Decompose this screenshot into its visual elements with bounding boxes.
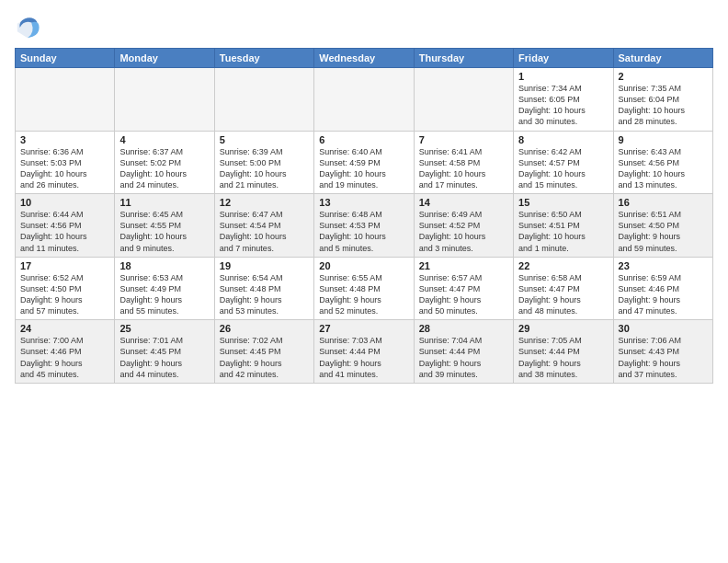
calendar-table: SundayMondayTuesdayWednesdayThursdayFrid…: [15, 48, 713, 384]
calendar-cell: 5Sunrise: 6:39 AM Sunset: 5:00 PM Daylig…: [214, 131, 313, 194]
day-info: Sunrise: 6:58 AM Sunset: 4:47 PM Dayligh…: [518, 272, 608, 317]
calendar-cell: 6Sunrise: 6:40 AM Sunset: 4:59 PM Daylig…: [314, 131, 414, 194]
logo: [15, 15, 44, 40]
day-number: 22: [518, 260, 608, 271]
day-info: Sunrise: 6:48 AM Sunset: 4:53 PM Dayligh…: [319, 209, 408, 254]
day-number: 30: [619, 323, 708, 334]
weekday-header-sunday: Sunday: [16, 49, 115, 68]
day-number: 2: [619, 71, 708, 82]
calendar-header: SundayMondayTuesdayWednesdayThursdayFrid…: [16, 49, 713, 68]
day-info: Sunrise: 6:44 AM Sunset: 4:56 PM Dayligh…: [20, 209, 109, 254]
calendar-cell: 12Sunrise: 6:47 AM Sunset: 4:54 PM Dayli…: [214, 194, 313, 258]
day-info: Sunrise: 7:06 AM Sunset: 4:43 PM Dayligh…: [619, 335, 708, 380]
day-number: 10: [20, 197, 109, 208]
calendar-cell: 30Sunrise: 7:06 AM Sunset: 4:43 PM Dayli…: [613, 320, 712, 384]
day-number: 4: [119, 134, 209, 145]
weekday-row: SundayMondayTuesdayWednesdayThursdayFrid…: [16, 49, 713, 68]
day-info: Sunrise: 6:59 AM Sunset: 4:46 PM Dayligh…: [619, 272, 708, 317]
calendar-cell: 27Sunrise: 7:03 AM Sunset: 4:44 PM Dayli…: [314, 320, 414, 384]
day-number: 14: [419, 197, 508, 208]
calendar-cell: 11Sunrise: 6:45 AM Sunset: 4:55 PM Dayli…: [115, 194, 214, 258]
day-info: Sunrise: 6:54 AM Sunset: 4:48 PM Dayligh…: [220, 272, 309, 317]
day-number: 25: [119, 323, 209, 334]
weekday-header-friday: Friday: [514, 49, 613, 68]
day-info: Sunrise: 7:02 AM Sunset: 4:45 PM Dayligh…: [220, 335, 309, 380]
day-number: 1: [518, 71, 608, 82]
calendar-cell: 17Sunrise: 6:52 AM Sunset: 4:50 PM Dayli…: [16, 257, 115, 320]
day-info: Sunrise: 6:57 AM Sunset: 4:47 PM Dayligh…: [419, 272, 508, 317]
calendar-body: 1Sunrise: 7:34 AM Sunset: 6:05 PM Daylig…: [16, 68, 713, 384]
day-info: Sunrise: 6:40 AM Sunset: 4:59 PM Dayligh…: [319, 146, 408, 191]
day-info: Sunrise: 6:49 AM Sunset: 4:52 PM Dayligh…: [419, 209, 508, 254]
calendar-cell: 29Sunrise: 7:05 AM Sunset: 4:44 PM Dayli…: [514, 320, 613, 384]
calendar-cell: 14Sunrise: 6:49 AM Sunset: 4:52 PM Dayli…: [414, 194, 513, 258]
calendar-cell: 21Sunrise: 6:57 AM Sunset: 4:47 PM Dayli…: [414, 257, 513, 320]
day-info: Sunrise: 6:36 AM Sunset: 5:03 PM Dayligh…: [20, 146, 109, 191]
calendar-cell: 23Sunrise: 6:59 AM Sunset: 4:46 PM Dayli…: [613, 257, 712, 320]
day-number: 3: [20, 134, 109, 145]
day-info: Sunrise: 6:42 AM Sunset: 4:57 PM Dayligh…: [518, 146, 608, 191]
day-info: Sunrise: 6:53 AM Sunset: 4:49 PM Dayligh…: [119, 272, 209, 317]
day-info: Sunrise: 6:50 AM Sunset: 4:51 PM Dayligh…: [518, 209, 608, 254]
page: SundayMondayTuesdayWednesdayThursdayFrid…: [0, 0, 728, 563]
day-number: 26: [220, 323, 309, 334]
calendar-cell: 19Sunrise: 6:54 AM Sunset: 4:48 PM Dayli…: [214, 257, 313, 320]
day-info: Sunrise: 7:04 AM Sunset: 4:44 PM Dayligh…: [419, 335, 508, 380]
day-info: Sunrise: 7:00 AM Sunset: 4:46 PM Dayligh…: [20, 335, 109, 380]
day-number: 13: [319, 197, 408, 208]
calendar-cell: [314, 68, 414, 132]
day-info: Sunrise: 6:43 AM Sunset: 4:56 PM Dayligh…: [619, 146, 708, 191]
day-number: 27: [319, 323, 408, 334]
calendar-cell: 28Sunrise: 7:04 AM Sunset: 4:44 PM Dayli…: [414, 320, 513, 384]
calendar-cell: [115, 68, 214, 132]
calendar-cell: 7Sunrise: 6:41 AM Sunset: 4:58 PM Daylig…: [414, 131, 513, 194]
calendar-row-1: 3Sunrise: 6:36 AM Sunset: 5:03 PM Daylig…: [16, 131, 713, 194]
calendar-row-4: 24Sunrise: 7:00 AM Sunset: 4:46 PM Dayli…: [16, 320, 713, 384]
day-info: Sunrise: 6:55 AM Sunset: 4:48 PM Dayligh…: [319, 272, 408, 317]
header: [15, 11, 713, 40]
day-info: Sunrise: 6:39 AM Sunset: 5:00 PM Dayligh…: [220, 146, 309, 191]
day-info: Sunrise: 7:03 AM Sunset: 4:44 PM Dayligh…: [319, 335, 408, 380]
day-number: 7: [419, 134, 508, 145]
day-info: Sunrise: 6:37 AM Sunset: 5:02 PM Dayligh…: [119, 146, 209, 191]
calendar-row-0: 1Sunrise: 7:34 AM Sunset: 6:05 PM Daylig…: [16, 68, 713, 132]
weekday-header-wednesday: Wednesday: [314, 49, 414, 68]
day-number: 19: [220, 260, 309, 271]
calendar-cell: 22Sunrise: 6:58 AM Sunset: 4:47 PM Dayli…: [514, 257, 613, 320]
day-number: 21: [419, 260, 508, 271]
weekday-header-saturday: Saturday: [613, 49, 712, 68]
day-info: Sunrise: 6:52 AM Sunset: 4:50 PM Dayligh…: [20, 272, 109, 317]
day-info: Sunrise: 7:34 AM Sunset: 6:05 PM Dayligh…: [518, 83, 608, 128]
day-number: 23: [619, 260, 708, 271]
day-info: Sunrise: 6:45 AM Sunset: 4:55 PM Dayligh…: [119, 209, 209, 254]
weekday-header-tuesday: Tuesday: [214, 49, 313, 68]
day-number: 24: [20, 323, 109, 334]
day-info: Sunrise: 6:41 AM Sunset: 4:58 PM Dayligh…: [419, 146, 508, 191]
day-number: 11: [119, 197, 209, 208]
day-info: Sunrise: 6:47 AM Sunset: 4:54 PM Dayligh…: [220, 209, 309, 254]
calendar-cell: 13Sunrise: 6:48 AM Sunset: 4:53 PM Dayli…: [314, 194, 414, 258]
calendar-cell: 8Sunrise: 6:42 AM Sunset: 4:57 PM Daylig…: [514, 131, 613, 194]
day-number: 8: [518, 134, 608, 145]
calendar-cell: [414, 68, 513, 132]
weekday-header-thursday: Thursday: [414, 49, 513, 68]
day-number: 12: [220, 197, 309, 208]
day-info: Sunrise: 7:05 AM Sunset: 4:44 PM Dayligh…: [518, 335, 608, 380]
calendar-cell: 15Sunrise: 6:50 AM Sunset: 4:51 PM Dayli…: [514, 194, 613, 258]
weekday-header-monday: Monday: [115, 49, 214, 68]
calendar-cell: 4Sunrise: 6:37 AM Sunset: 5:02 PM Daylig…: [115, 131, 214, 194]
day-number: 6: [319, 134, 408, 145]
day-info: Sunrise: 6:51 AM Sunset: 4:50 PM Dayligh…: [619, 209, 708, 254]
day-number: 16: [619, 197, 708, 208]
day-info: Sunrise: 7:35 AM Sunset: 6:04 PM Dayligh…: [619, 83, 708, 128]
calendar-cell: 18Sunrise: 6:53 AM Sunset: 4:49 PM Dayli…: [115, 257, 214, 320]
calendar-cell: 2Sunrise: 7:35 AM Sunset: 6:04 PM Daylig…: [613, 68, 712, 132]
day-number: 18: [119, 260, 209, 271]
calendar-row-2: 10Sunrise: 6:44 AM Sunset: 4:56 PM Dayli…: [16, 194, 713, 258]
calendar-cell: 24Sunrise: 7:00 AM Sunset: 4:46 PM Dayli…: [16, 320, 115, 384]
calendar-cell: [214, 68, 313, 132]
calendar-cell: 26Sunrise: 7:02 AM Sunset: 4:45 PM Dayli…: [214, 320, 313, 384]
calendar-row-3: 17Sunrise: 6:52 AM Sunset: 4:50 PM Dayli…: [16, 257, 713, 320]
calendar-cell: 9Sunrise: 6:43 AM Sunset: 4:56 PM Daylig…: [613, 131, 712, 194]
logo-icon: [15, 15, 40, 40]
